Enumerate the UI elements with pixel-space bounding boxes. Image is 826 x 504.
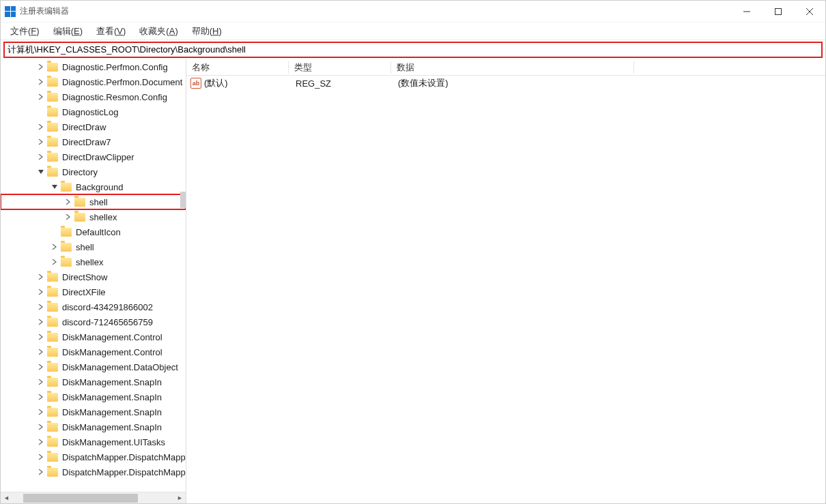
tree-item-diskmanagement-uitasks[interactable]: DiskManagement.UITasks bbox=[1, 434, 186, 449]
column-header-data[interactable]: 数据 bbox=[391, 61, 634, 74]
chevron-right-icon[interactable] bbox=[63, 197, 73, 207]
chevron-right-icon[interactable] bbox=[36, 317, 46, 327]
chevron-right-icon[interactable] bbox=[36, 122, 46, 132]
tree-item-background[interactable]: Background bbox=[1, 179, 186, 194]
folder-icon bbox=[47, 123, 58, 132]
tree-item-diagnosticlog[interactable]: DiagnosticLog bbox=[1, 104, 186, 119]
folder-icon bbox=[47, 153, 58, 162]
folder-icon bbox=[47, 468, 58, 477]
chevron-right-icon[interactable] bbox=[36, 437, 46, 447]
tree-item-diagnostic-perfmon-document[interactable]: Diagnostic.Perfmon.Document bbox=[1, 74, 186, 89]
tree-item-directshow[interactable]: DirectShow bbox=[1, 269, 186, 284]
column-headers: 名称 类型 数据 bbox=[186, 59, 825, 76]
chevron-right-icon[interactable] bbox=[36, 62, 46, 72]
tree-item-label: DiagnosticLog bbox=[62, 107, 118, 117]
chevron-down-icon[interactable] bbox=[50, 182, 59, 192]
tree-item-label: Directory bbox=[62, 167, 98, 177]
menu-help[interactable]: 帮助(H) bbox=[186, 24, 227, 39]
tree-item-label: DirectShow bbox=[62, 272, 107, 282]
folder-icon bbox=[47, 453, 58, 462]
tree-item-shellex[interactable]: shellex bbox=[1, 254, 186, 269]
chevron-right-icon[interactable] bbox=[36, 407, 46, 417]
tree-item-diskmanagement-control[interactable]: DiskManagement.Control bbox=[1, 329, 186, 344]
column-header-name[interactable]: 名称 bbox=[186, 61, 289, 74]
chevron-right-icon[interactable] bbox=[36, 422, 46, 432]
h-scrollbar[interactable]: ◄ ► bbox=[1, 492, 186, 503]
h-scrollbar-track[interactable] bbox=[12, 492, 174, 504]
tree-item-dispatchmapper-dispatchmapper[interactable]: DispatchMapper.DispatchMapper bbox=[1, 449, 186, 464]
chevron-right-icon[interactable] bbox=[36, 377, 46, 387]
menu-file[interactable]: 文件(F) bbox=[5, 24, 45, 39]
close-button[interactable] bbox=[794, 1, 825, 23]
tree-item-shell[interactable]: shell bbox=[1, 194, 186, 209]
menu-view[interactable]: 查看(V) bbox=[91, 24, 131, 39]
tree-item-label: shellex bbox=[89, 212, 117, 222]
chevron-right-icon[interactable] bbox=[50, 242, 59, 252]
chevron-right-icon[interactable] bbox=[36, 452, 46, 462]
chevron-right-icon[interactable] bbox=[50, 257, 59, 267]
chevron-right-icon[interactable] bbox=[36, 302, 46, 312]
chevron-right-icon[interactable] bbox=[36, 347, 46, 357]
values-list[interactable]: ab(默认)REG_SZ(数值未设置) bbox=[186, 76, 825, 503]
tree-item-label: DiskManagement.SnapIn bbox=[62, 377, 162, 387]
value-row[interactable]: ab(默认)REG_SZ(数值未设置) bbox=[186, 76, 825, 91]
h-scrollbar-thumb[interactable] bbox=[23, 494, 138, 503]
chevron-right-icon[interactable] bbox=[36, 392, 46, 402]
tree-pane: Diagnostic.Perfmon.ConfigDiagnostic.Perf… bbox=[1, 59, 186, 503]
minimize-button[interactable] bbox=[731, 1, 763, 23]
chevron-right-icon[interactable] bbox=[63, 212, 73, 222]
chevron-right-icon[interactable] bbox=[36, 332, 46, 342]
tree-item-defaulticon[interactable]: DefaultIcon bbox=[1, 224, 186, 239]
address-input[interactable] bbox=[8, 45, 818, 55]
menu-favorites[interactable]: 收藏夹(A) bbox=[134, 24, 183, 39]
column-header-type[interactable]: 类型 bbox=[289, 61, 391, 74]
tree-item-diskmanagement-snapin[interactable]: DiskManagement.SnapIn bbox=[1, 374, 186, 389]
tree-item-label: DirectDrawClipper bbox=[62, 152, 134, 162]
tree-item-dispatchmapper-dispatchmapper[interactable]: DispatchMapper.DispatchMapper bbox=[1, 464, 186, 479]
chevron-right-icon[interactable] bbox=[36, 362, 46, 372]
chevron-right-icon[interactable] bbox=[36, 92, 46, 102]
tree-item-label: DirectDraw7 bbox=[62, 137, 111, 147]
tree-item-shell[interactable]: shell bbox=[1, 239, 186, 254]
scroll-right-button[interactable]: ► bbox=[174, 492, 186, 504]
chevron-right-icon[interactable] bbox=[36, 272, 46, 282]
chevron-right-icon[interactable] bbox=[36, 467, 46, 477]
tree-item-label: shell bbox=[76, 242, 94, 252]
tree-item-diagnostic-resmon-config[interactable]: Diagnostic.Resmon.Config bbox=[1, 89, 186, 104]
chevron-down-icon[interactable] bbox=[36, 167, 46, 177]
menubar: 文件(F) 编辑(E) 查看(V) 收藏夹(A) 帮助(H) bbox=[1, 23, 825, 40]
tree-item-diskmanagement-control[interactable]: DiskManagement.Control bbox=[1, 344, 186, 359]
tree-item-discord-712465656759[interactable]: discord-712465656759 bbox=[1, 314, 186, 329]
tree-item-diskmanagement-dataobject[interactable]: DiskManagement.DataObject bbox=[1, 359, 186, 374]
folder-icon bbox=[61, 183, 72, 192]
maximize-button[interactable] bbox=[763, 1, 794, 23]
v-scrollbar-thumb[interactable] bbox=[180, 192, 186, 208]
menu-edit[interactable]: 编辑(E) bbox=[48, 24, 88, 39]
main-area: Diagnostic.Perfmon.ConfigDiagnostic.Perf… bbox=[1, 59, 825, 503]
tree-item-directdraw[interactable]: DirectDraw bbox=[1, 119, 186, 134]
tree-item-diskmanagement-snapin[interactable]: DiskManagement.SnapIn bbox=[1, 404, 186, 419]
folder-icon bbox=[47, 273, 58, 282]
tree-item-directory[interactable]: Directory bbox=[1, 164, 186, 179]
address-bar[interactable] bbox=[3, 42, 823, 58]
tree-item-directdraw7[interactable]: DirectDraw7 bbox=[1, 134, 186, 149]
tree-item-label: DiskManagement.UITasks bbox=[62, 437, 165, 447]
tree-item-directdrawclipper[interactable]: DirectDrawClipper bbox=[1, 149, 186, 164]
chevron-right-icon[interactable] bbox=[36, 152, 46, 162]
tree-item-label: shell bbox=[89, 197, 108, 207]
tree-item-shellex[interactable]: shellex bbox=[1, 209, 186, 224]
tree-item-directxfile[interactable]: DirectXFile bbox=[1, 284, 186, 299]
chevron-right-icon[interactable] bbox=[36, 287, 46, 297]
tree-item-discord-434291866002[interactable]: discord-434291866002 bbox=[1, 299, 186, 314]
tree-scroll[interactable]: Diagnostic.Perfmon.ConfigDiagnostic.Perf… bbox=[1, 59, 186, 492]
scroll-left-button[interactable]: ◄ bbox=[1, 492, 12, 504]
folder-icon bbox=[47, 333, 58, 342]
chevron-right-icon[interactable] bbox=[36, 137, 46, 147]
folder-icon bbox=[47, 168, 58, 177]
chevron-right-icon[interactable] bbox=[36, 77, 46, 87]
folder-icon bbox=[47, 303, 58, 312]
folder-icon bbox=[47, 318, 58, 327]
tree-item-diskmanagement-snapin[interactable]: DiskManagement.SnapIn bbox=[1, 389, 186, 404]
tree-item-diagnostic-perfmon-config[interactable]: Diagnostic.Perfmon.Config bbox=[1, 59, 186, 74]
tree-item-diskmanagement-snapin[interactable]: DiskManagement.SnapIn bbox=[1, 419, 186, 434]
